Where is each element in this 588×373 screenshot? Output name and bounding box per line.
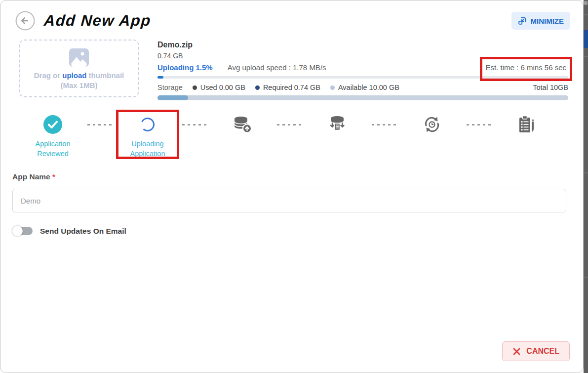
edge-divider	[584, 172, 588, 173]
email-updates-label: Send Updates On Email	[40, 227, 126, 236]
step-database-extract	[310, 114, 365, 139]
step-connector	[182, 124, 208, 125]
storage-label: Storage	[157, 83, 183, 91]
dialog-header: Add New App MINIMIZE	[0, 0, 583, 37]
edge-blue-segment	[584, 30, 588, 48]
app-name-label: App Name *	[12, 172, 568, 181]
edge-divider	[584, 277, 588, 278]
image-placeholder-icon	[68, 48, 90, 68]
database-extract-icon	[327, 115, 347, 134]
step-database-upload	[215, 114, 270, 139]
storage-legend-row: Storage Used 0.00 GB Required 0.74 GB Av…	[157, 83, 568, 91]
step-sync	[404, 114, 460, 139]
upload-status-label: Uploading 1.5%	[157, 63, 213, 72]
storage-progress-bar	[157, 95, 568, 100]
dropzone-text-prefix: Drag or	[34, 71, 63, 80]
sync-clock-icon	[422, 115, 442, 134]
minimize-button-label: MINIMIZE	[531, 17, 564, 25]
legend-available: Available 10.00 GB	[330, 83, 399, 91]
database-upload-icon	[233, 115, 252, 134]
app-name-label-text: App Name	[12, 172, 50, 181]
upload-progress-bar	[157, 76, 568, 79]
screen: Add New App MINIMIZE Drag or upload thum…	[0, 0, 588, 373]
step-label: Uploading Application	[120, 139, 175, 159]
step-uploading-application: Uploading Application	[120, 114, 175, 159]
close-icon	[512, 347, 521, 356]
add-new-app-dialog: Add New App MINIMIZE Drag or upload thum…	[0, 0, 584, 373]
storage-progress-fill	[157, 95, 188, 100]
upload-thumbnail-link[interactable]: upload	[62, 71, 86, 80]
dropzone-max-size: (Max 1MB)	[60, 81, 97, 89]
check-circle-icon	[43, 115, 63, 134]
legend-used: Used 0.00 GB	[193, 83, 245, 91]
est-time-label: Est. time : 6 mins 56 sec	[486, 63, 566, 72]
app-form: App Name * Send Updates On Email	[0, 161, 583, 236]
file-name: Demo.zip	[157, 41, 568, 49]
required-asterisk: *	[52, 172, 55, 181]
legend-available-dot	[330, 85, 335, 90]
toggle-knob	[12, 226, 23, 236]
upload-progress-fill	[157, 76, 163, 79]
upload-steps: Application Reviewed Uploading Applicati…	[0, 100, 583, 161]
step-application-reviewed: Application Reviewed	[25, 114, 80, 159]
step-label: Application Reviewed	[25, 139, 80, 159]
scrollbar-cap	[584, 1, 588, 5]
legend-used-label: Used 0.00 GB	[200, 83, 245, 91]
legend-required-label: Required 0.74 GB	[263, 83, 320, 91]
spinner-icon	[140, 117, 156, 132]
thumbnail-dropzone[interactable]: Drag or upload thumbnail (Max 1MB)	[19, 40, 139, 97]
email-updates-toggle[interactable]	[12, 226, 33, 236]
upload-status-row: Uploading 1.5% Avg upload speed : 1.78 M…	[157, 63, 568, 72]
background-page-edge	[584, 0, 588, 373]
step-connector	[277, 124, 303, 125]
step-connector	[87, 124, 113, 125]
legend-required-dot	[255, 85, 260, 90]
page-title: Add New App	[43, 12, 152, 30]
upload-section: Drag or upload thumbnail (Max 1MB) Demo.…	[0, 37, 583, 100]
app-name-input[interactable]	[12, 189, 566, 212]
minimize-icon	[518, 16, 527, 25]
legend-used-dot	[193, 85, 197, 90]
email-updates-row: Send Updates On Email	[12, 226, 568, 236]
minimize-button[interactable]: MINIMIZE	[511, 12, 571, 30]
step-review-log	[499, 114, 554, 139]
dropzone-text-suffix: thumbnail	[86, 71, 124, 80]
back-button[interactable]	[15, 11, 35, 31]
edge-divider	[584, 14, 588, 15]
avg-upload-speed: Avg upload speed : 1.78 MB/s	[228, 63, 326, 72]
legend-available-label: Available 10.00 GB	[338, 83, 399, 91]
cancel-button-label: CANCEL	[526, 347, 559, 356]
est-time: Est. time : 6 mins 56 sec	[486, 63, 568, 72]
dropzone-text: Drag or upload thumbnail	[34, 71, 124, 80]
clipboard-list-icon	[517, 115, 537, 134]
back-arrow-icon	[15, 11, 35, 31]
file-size: 0.74 GB	[157, 52, 568, 60]
edge-divider	[584, 56, 588, 57]
cancel-button[interactable]: CANCEL	[502, 341, 570, 361]
step-connector	[372, 124, 397, 125]
storage-total-label: Total 10GB	[533, 83, 568, 91]
legend-required: Required 0.74 GB	[255, 83, 320, 91]
upload-file-info: Demo.zip 0.74 GB Uploading 1.5% Avg uplo…	[157, 40, 568, 100]
step-connector	[467, 124, 492, 125]
